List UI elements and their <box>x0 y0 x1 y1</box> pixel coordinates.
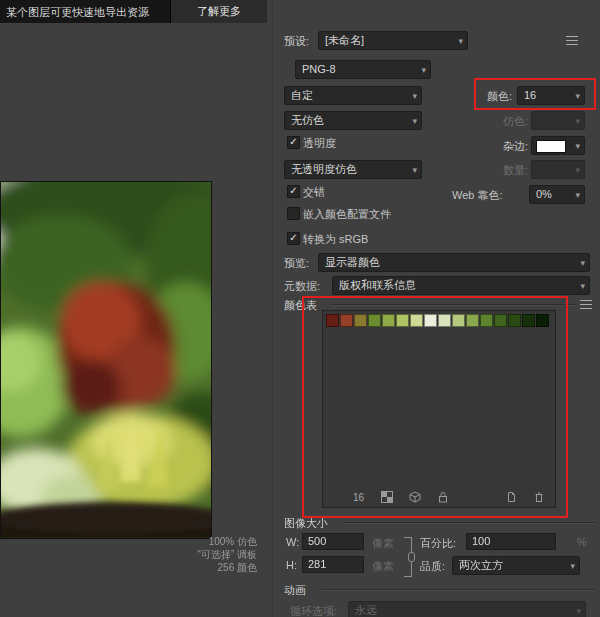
chevron-down-icon: ▾ <box>575 187 580 203</box>
chevron-down-icon: ▾ <box>412 162 417 178</box>
quality-select[interactable]: 两次立方 ▾ <box>452 556 580 575</box>
color-count-info: 256 颜色 <box>0 561 257 574</box>
chevron-down-icon: ▾ <box>580 255 585 271</box>
transparency-label: 透明度 <box>303 136 336 151</box>
dither-label: 仿色: <box>503 114 528 129</box>
chevron-down-icon: ▾ <box>570 558 575 574</box>
image-size-title: 图像大小 <box>284 516 328 531</box>
transparency-checkbox[interactable]: ✓ <box>287 136 300 149</box>
convert-srgb-checkbox[interactable]: ✓ <box>287 232 300 245</box>
convert-srgb-label: 转换为 sRGB <box>303 232 368 247</box>
percent-label: 百分比: <box>420 536 456 551</box>
color-swatch[interactable] <box>396 314 409 327</box>
transparency-dither-select[interactable]: 无透明度仿色 ▾ <box>284 160 422 179</box>
color-swatch[interactable] <box>438 314 451 327</box>
format-select[interactable]: PNG-8 ▾ <box>295 60 431 79</box>
preview-select[interactable]: 显示器颜色 ▾ <box>318 253 590 272</box>
chevron-down-icon: ▾ <box>575 138 580 154</box>
color-table-count: 16 <box>353 492 364 503</box>
image-size-divider <box>342 522 595 523</box>
preset-panel-menu-icon[interactable] <box>566 36 578 45</box>
new-item-icon[interactable] <box>505 491 517 503</box>
width-unit: 像素 <box>372 536 394 551</box>
learn-more-button[interactable]: 了解更多 <box>170 0 267 23</box>
web-snap-select[interactable]: 0% ▾ <box>529 185 585 204</box>
amount-select: ▾ <box>531 160 585 179</box>
color-swatch[interactable] <box>354 314 367 327</box>
height-label: H: <box>286 559 297 571</box>
chevron-down-icon: ▾ <box>458 33 463 49</box>
preview-label: 预览: <box>284 256 309 271</box>
notification-bar: 某个图层可更快速地导出资源 了解更多 <box>0 0 266 23</box>
color-table-panel: 16 <box>322 310 556 508</box>
color-swatch[interactable] <box>452 314 465 327</box>
chevron-down-icon: ▾ <box>421 62 426 78</box>
palette-info: “可选择” 调板 <box>0 548 257 561</box>
web-shift-icon[interactable] <box>409 491 421 503</box>
preset-label: 预设: <box>284 34 309 49</box>
width-label: W: <box>286 536 299 548</box>
animation-divider <box>322 589 595 590</box>
metadata-label: 元数据: <box>284 279 320 294</box>
matte-color-swatch <box>536 140 566 153</box>
panel-divider <box>272 0 273 617</box>
color-swatch[interactable] <box>480 314 493 327</box>
chevron-down-icon: ▾ <box>575 113 580 129</box>
loop-options-label: 循环选项: <box>290 604 337 617</box>
height-input[interactable]: 281 <box>302 556 364 573</box>
interlaced-label: 交错 <box>303 185 325 200</box>
color-swatch[interactable] <box>368 314 381 327</box>
matte-select[interactable]: ▾ <box>531 136 585 155</box>
garden-photo-illustration <box>1 182 211 538</box>
color-swatch[interactable] <box>382 314 395 327</box>
chevron-down-icon: ▾ <box>412 88 417 104</box>
delete-icon[interactable] <box>533 491 545 503</box>
color-table-title: 颜色表 <box>284 298 317 313</box>
notification-text: 某个图层可更快速地导出资源 <box>6 5 149 20</box>
chevron-down-icon: ▾ <box>412 113 417 129</box>
metadata-select[interactable]: 版权和联系信息 ▾ <box>332 276 590 295</box>
dither-amount-select: ▾ <box>531 111 585 130</box>
embed-profile-checkbox[interactable] <box>287 207 300 220</box>
embed-profile-label: 嵌入颜色配置文件 <box>303 207 391 222</box>
preview-image[interactable] <box>0 181 212 539</box>
preview-info: 100% 仿色 “可选择” 调板 256 颜色 <box>0 535 257 574</box>
colors-select[interactable]: 16 ▾ <box>517 86 585 105</box>
quality-label: 品质: <box>420 559 445 574</box>
animation-title: 动画 <box>284 583 306 598</box>
color-table-menu-icon[interactable] <box>580 300 592 309</box>
color-reduction-select[interactable]: 自定 ▾ <box>284 86 422 105</box>
amount-label: 数量: <box>503 163 528 178</box>
color-swatch[interactable] <box>410 314 423 327</box>
width-input[interactable]: 500 <box>302 533 364 550</box>
percent-input[interactable]: 100 <box>466 533 556 550</box>
dither-info: 100% 仿色 <box>0 535 257 548</box>
chevron-down-icon: ▾ <box>580 278 585 294</box>
color-table-divider <box>330 304 576 305</box>
preset-select[interactable]: [未命名] ▾ <box>318 31 468 50</box>
color-swatch[interactable] <box>340 314 353 327</box>
lock-icon[interactable] <box>437 491 449 503</box>
color-swatches <box>326 314 549 327</box>
dither-method-select[interactable]: 无仿色 ▾ <box>284 111 422 130</box>
map-transparency-icon[interactable] <box>381 491 393 503</box>
loop-options-select: 永远 ▾ <box>348 601 586 617</box>
matte-label: 杂边: <box>503 139 528 154</box>
interlaced-checkbox[interactable]: ✓ <box>287 185 300 198</box>
colors-label: 颜色: <box>487 89 512 104</box>
color-swatch[interactable] <box>508 314 521 327</box>
web-snap-label: Web 靠色: <box>452 188 503 203</box>
color-swatch[interactable] <box>424 314 437 327</box>
chevron-down-icon: ▾ <box>576 603 581 617</box>
color-swatch[interactable] <box>536 314 549 327</box>
chevron-down-icon: ▾ <box>575 162 580 178</box>
link-dimensions-icon[interactable] <box>404 537 412 577</box>
color-swatch[interactable] <box>494 314 507 327</box>
chevron-down-icon: ▾ <box>575 88 580 104</box>
height-unit: 像素 <box>372 559 394 574</box>
color-swatch[interactable] <box>326 314 339 327</box>
color-swatch[interactable] <box>522 314 535 327</box>
color-swatch[interactable] <box>466 314 479 327</box>
percent-unit: % <box>577 536 587 548</box>
save-for-web-dialog: 某个图层可更快速地导出资源 了解更多 <box>0 0 600 617</box>
